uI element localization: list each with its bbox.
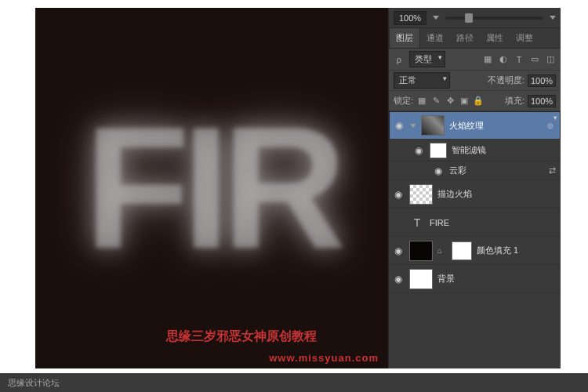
layer-fire-texture[interactable]: ◉ 火焰纹理 ◎ — [389, 111, 561, 140]
layer-background[interactable]: ◉ 背景 — [389, 265, 561, 293]
link-icon[interactable]: ⌂ — [437, 246, 447, 255]
footer-text: 思缘设计论坛 — [8, 378, 60, 387]
lock-row: 锁定: ▦ ✎ ✥ ▣ 🔒 填充: 100% — [389, 91, 561, 111]
fill-value[interactable]: 100% — [528, 95, 556, 107]
layer-fire-text[interactable]: ◉ T FIRE — [389, 209, 561, 237]
tab-paths[interactable]: 路径 — [450, 28, 480, 48]
zoom-handle[interactable] — [465, 13, 473, 23]
layer-name[interactable]: 火焰纹理 — [449, 120, 543, 132]
lock-artboard-icon[interactable]: ▣ — [459, 96, 470, 107]
app-frame: FIR 思缘三岁邪恶女神原创教程 www.missyuan.com 100% 图… — [35, 8, 561, 368]
tab-adjustments[interactable]: 调整 — [510, 28, 539, 48]
layers-list: ◉ 火焰纹理 ◎ ◉ 智能滤镜 ◉ 云彩 ⇄ ◉ 描边火焰 — [389, 111, 561, 368]
panel-tabs: 图层 通道 路径 属性 调整 — [389, 28, 561, 49]
document-canvas[interactable]: FIR 思缘三岁邪恶女神原创教程 www.missyuan.com — [35, 8, 388, 368]
filter-adjust-icon[interactable]: ◐ — [498, 54, 509, 65]
layer-name[interactable]: FIRE — [430, 218, 557, 227]
watermark-url: www.missyuan.com — [269, 352, 379, 364]
filter-smart-icon[interactable]: ◫ — [545, 54, 556, 65]
visibility-icon[interactable]: ◉ — [392, 274, 405, 285]
expand-icon[interactable] — [410, 124, 416, 128]
mask-thumb[interactable] — [452, 241, 472, 260]
layer-thumb[interactable] — [421, 115, 445, 136]
layer-thumb[interactable] — [409, 184, 433, 205]
blend-mode-select[interactable]: 正常 — [394, 72, 450, 89]
layer-thumb[interactable] — [409, 269, 433, 289]
layer-name: 智能滤镜 — [452, 144, 557, 156]
tab-channels[interactable]: 通道 — [420, 28, 450, 48]
layer-name: 云彩 — [449, 165, 542, 176]
visibility-icon[interactable]: ◉ — [392, 245, 405, 256]
opacity-value[interactable]: 100% — [528, 74, 556, 87]
visibility-icon[interactable]: ◉ — [432, 165, 445, 176]
lock-all-icon[interactable]: 🔒 — [473, 96, 484, 107]
tab-layers[interactable]: 图层 — [389, 27, 420, 48]
layer-name[interactable]: 背景 — [437, 273, 557, 285]
zoom-value[interactable]: 100% — [394, 11, 426, 25]
layer-smart-filters[interactable]: ◉ 智能滤镜 — [389, 140, 561, 162]
layer-name[interactable]: 描边火焰 — [437, 188, 557, 200]
lock-brush-icon[interactable]: ✎ — [430, 96, 441, 107]
zoom-bar: 100% — [389, 8, 561, 28]
layer-filter-row: ρ 类型 ▦ ◐ T ▭ ◫ — [389, 49, 561, 71]
type-layer-icon: T — [409, 216, 425, 229]
lock-pixels-icon[interactable]: ▦ — [416, 96, 427, 107]
visibility-icon[interactable]: ◉ — [393, 120, 405, 131]
layer-name[interactable]: 颜色填充 1 — [477, 245, 557, 256]
layer-color-fill[interactable]: ◉ ⌂ 颜色填充 1 — [389, 237, 561, 265]
zoom-slider[interactable] — [445, 16, 543, 20]
fill-label: 填充: — [505, 95, 524, 107]
layer-stroke-fire[interactable]: ◉ 描边火焰 — [389, 180, 561, 209]
filter-shape-icon[interactable]: ▭ — [529, 54, 540, 65]
visibility-icon[interactable]: ◉ — [412, 145, 425, 156]
layer-clouds-filter[interactable]: ◉ 云彩 ⇄ — [389, 162, 561, 180]
filter-type-icon[interactable]: T — [514, 54, 524, 65]
filter-mask-thumb[interactable] — [430, 143, 447, 158]
filter-image-icon[interactable]: ▦ — [482, 54, 493, 65]
lock-position-icon[interactable]: ✥ — [445, 96, 456, 107]
blend-row: 正常 不透明度: 100% — [389, 71, 561, 91]
footer-bar: 思缘设计论坛 — [0, 373, 588, 392]
layers-panel: 100% 图层 通道 路径 属性 调整 ρ 类型 ▦ ◐ T ▭ ◫ 正常 不透… — [388, 8, 561, 368]
watermark-text: 思缘三岁邪恶女神原创教程 — [166, 328, 317, 345]
search-icon[interactable]: ρ — [394, 54, 405, 65]
smart-object-icon: ◎ — [547, 122, 557, 129]
lock-label: 锁定: — [394, 95, 413, 107]
tab-properties[interactable]: 属性 — [480, 28, 510, 48]
visibility-icon[interactable]: ◉ — [392, 189, 405, 200]
layer-thumb[interactable] — [409, 241, 433, 261]
opacity-label: 不透明度: — [488, 74, 524, 86]
zoom-max-icon[interactable] — [550, 16, 556, 20]
zoom-dropdown-icon[interactable] — [433, 16, 439, 20]
filter-type-select[interactable]: 类型 — [409, 51, 445, 67]
canvas-fire-text: FIR — [85, 89, 339, 288]
filter-options-icon[interactable]: ⇄ — [546, 165, 557, 176]
